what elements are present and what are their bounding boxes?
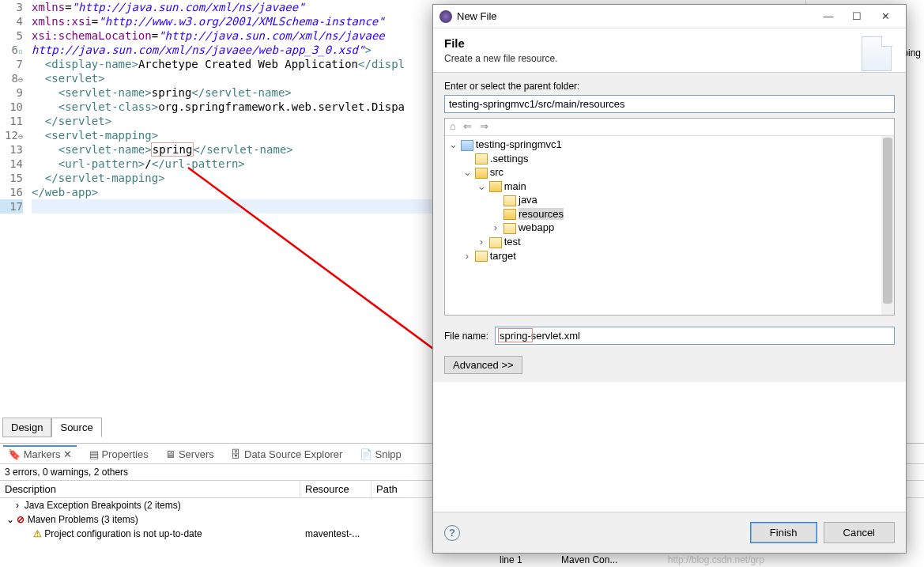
filename-input[interactable] xyxy=(495,327,895,345)
editor-mode-tabs: DesignSource xyxy=(2,418,102,437)
banner-subtitle: Create a new file resource. xyxy=(444,53,895,64)
maximize-button[interactable]: ☐ xyxy=(843,6,871,28)
dialog-body: Enter or select the parent folder: ⌂ ⇐ ⇒… xyxy=(433,73,906,382)
tree-selected: resources xyxy=(519,208,564,220)
col-description[interactable]: Description xyxy=(0,481,300,497)
minimize-button[interactable]: — xyxy=(814,6,843,28)
close-button[interactable]: ✕ xyxy=(871,6,899,28)
banner-heading: File xyxy=(444,36,895,50)
dialog-title: New File xyxy=(457,10,814,22)
folder-open-icon xyxy=(489,181,502,192)
advanced-button[interactable]: Advanced >> xyxy=(444,356,522,374)
folder-icon xyxy=(489,237,502,248)
tab-markers[interactable]: 🔖 Markers ✕ xyxy=(3,445,77,462)
back-icon[interactable]: ⇐ xyxy=(463,120,472,132)
forward-icon[interactable]: ⇒ xyxy=(480,120,488,132)
folder-open-icon xyxy=(475,168,488,179)
tab-properties[interactable]: ▤ Properties xyxy=(85,447,153,462)
folder-icon xyxy=(475,153,488,164)
parent-folder-input[interactable] xyxy=(444,95,895,113)
watermark: http://blog.csdn.net/grp xyxy=(668,554,764,565)
eclipse-icon xyxy=(439,10,452,23)
warning-icon: ⚠ xyxy=(33,528,42,539)
tab-source[interactable]: Source xyxy=(51,418,101,437)
line-gutter: 345 6▫ 78⊖ 91011 12⊖ 131415 16 17 xyxy=(0,0,28,214)
tree-content[interactable]: ⌄ testing-springmvc1 .settings ⌄ src ⌄ m… xyxy=(445,136,894,264)
tree-toolbar: ⌂ ⇐ ⇒ xyxy=(445,119,894,136)
home-icon[interactable]: ⌂ xyxy=(450,120,456,132)
dialog-titlebar[interactable]: New File — ☐ ✕ xyxy=(433,5,906,28)
cancel-button[interactable]: Cancel xyxy=(824,522,895,543)
new-file-dialog: New File — ☐ ✕ File Create a new file re… xyxy=(432,4,907,554)
folder-icon xyxy=(503,195,516,206)
parent-folder-label: Enter or select the parent folder: xyxy=(444,81,895,92)
tab-design[interactable]: Design xyxy=(2,418,51,437)
col-resource[interactable]: Resource xyxy=(300,481,371,497)
help-icon[interactable]: ? xyxy=(444,525,460,541)
tab-servers[interactable]: 🖥 Servers xyxy=(160,447,218,462)
folder-icon xyxy=(503,223,516,234)
scrollbar-thumb[interactable] xyxy=(883,138,892,304)
file-icon xyxy=(862,36,892,71)
tab-snippets[interactable]: 📄 Snipp xyxy=(355,447,406,462)
error-icon: ⊘ xyxy=(17,514,25,525)
dialog-buttons: ? Finish Cancel xyxy=(433,512,906,553)
dialog-banner: File Create a new file resource. xyxy=(433,28,906,73)
tab-data-source-explorer[interactable]: 🗄 Data Source Explorer xyxy=(226,447,347,462)
folder-icon xyxy=(475,251,488,262)
filename-label: File name: xyxy=(444,331,488,342)
folder-tree: ⌂ ⇐ ⇒ ⌄ testing-springmvc1 .settings ⌄ s… xyxy=(444,118,895,316)
folder-open-icon xyxy=(503,209,516,220)
tree-scrollbar[interactable] xyxy=(881,136,894,315)
finish-button[interactable]: Finish xyxy=(750,522,817,543)
project-icon xyxy=(461,140,473,151)
